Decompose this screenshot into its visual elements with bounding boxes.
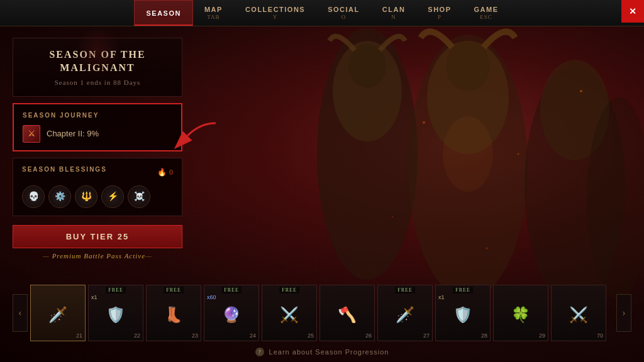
reward-badge: FREE	[453, 287, 473, 293]
reward-badge: FREE	[279, 287, 299, 293]
reward-icon: 🗡️	[42, 299, 74, 331]
nav-key: N	[391, 14, 396, 20]
blessings-header: SEASON BLESSINGS 🔥 0	[22, 166, 173, 179]
flame-icon: 🔥	[157, 168, 167, 177]
reward-card[interactable]: 🪓26	[319, 285, 375, 341]
season-journey-box[interactable]: SEASON JOURNEY ⚔ Chapter II: 9%	[13, 103, 182, 151]
reward-cards-container: 🗡️21FREEx1🛡️22FREE👢23FREEx60🔮24FREE⚔️25🪓…	[30, 285, 614, 341]
reward-qty: x60	[207, 294, 216, 300]
reward-badge: FREE	[164, 287, 184, 293]
nav-item-map[interactable]: MAP TAB	[193, 0, 234, 26]
reward-card[interactable]: FREEx60🔮24	[204, 285, 259, 341]
reward-icon: 🛡️	[100, 299, 131, 331]
reward-number: 23	[192, 332, 198, 339]
buy-tier-button[interactable]: BUY TIER 25	[13, 225, 182, 248]
nav-item-shop[interactable]: SHOP P	[416, 0, 462, 26]
nav-label: SOCIAL	[328, 6, 360, 13]
season-title: SEASON OF THE MALIGNANT	[26, 48, 169, 75]
reward-card[interactable]: FREE👢23	[146, 285, 201, 341]
nav-label: SHOP	[428, 6, 451, 13]
blessing-icon: ⚙️	[48, 185, 71, 208]
rewards-prev-arrow[interactable]: ‹	[13, 294, 28, 332]
blessing-icon: 🔱	[75, 185, 97, 208]
nav-items: SEASON MAP TAB COLLECTIONS Y SOCIAL O CL…	[134, 0, 509, 26]
reward-card[interactable]: 🍀29	[493, 285, 548, 341]
nav-label: MAP	[204, 6, 223, 13]
rewards-next-arrow[interactable]: ›	[616, 294, 631, 332]
reward-card[interactable]: FREEx1🛡️28	[435, 285, 491, 341]
premium-active-label: Premium Battle Pass Active	[13, 252, 182, 260]
blessing-icon: ☠️	[128, 185, 150, 208]
journey-progress-row: ⚔ Chapter II: 9%	[23, 125, 172, 143]
reward-badge: FREE	[395, 287, 415, 293]
reward-icon: ⚔️	[563, 299, 594, 331]
nav-item-season[interactable]: SEASON	[134, 0, 192, 26]
reward-icon: ⚔️	[274, 299, 305, 331]
reward-icon: 🗡️	[389, 299, 421, 331]
reward-number: 70	[597, 332, 603, 339]
reward-number: 27	[423, 332, 430, 339]
reward-card[interactable]: ⚔️70	[551, 285, 606, 341]
reward-qty: x1	[438, 294, 445, 300]
blessing-icon: 💀	[22, 185, 45, 208]
nav-key: ESC	[480, 14, 492, 20]
nav-item-collections[interactable]: COLLECTIONS Y	[234, 0, 316, 26]
season-blessings-box: SEASON BLESSINGS 🔥 0 💀⚙️🔱⚡☠️	[13, 158, 182, 216]
reward-number: 24	[250, 332, 256, 339]
nav-label: SEASON	[146, 9, 180, 17]
reward-icon: 🍀	[505, 299, 536, 331]
reward-card[interactable]: FREEx1🛡️22	[88, 285, 143, 341]
reward-number: 26	[365, 332, 372, 339]
journey-progress-text: Chapter II: 9%	[47, 129, 99, 138]
journey-label: SEASON JOURNEY	[23, 112, 172, 119]
blessings-count: 🔥 0	[157, 168, 173, 177]
close-button[interactable]: ✕	[621, 0, 644, 23]
season-title-box: SEASON OF THE MALIGNANT Season 1 ends in…	[13, 38, 182, 97]
blessing-icon: ⚡	[101, 185, 124, 208]
reward-qty: x1	[91, 294, 97, 300]
reward-icon: 👢	[158, 299, 189, 331]
nav-key: P	[438, 14, 441, 20]
reward-number: 21	[76, 332, 82, 339]
left-panel: SEASON OF THE MALIGNANT Season 1 ends in…	[13, 38, 182, 260]
reward-icon: 🪓	[331, 299, 363, 331]
nav-label: CLAN	[382, 6, 406, 13]
reward-badge: FREE	[106, 287, 126, 293]
arrow-annotation	[169, 117, 219, 157]
nav-label: GAME	[474, 6, 499, 13]
journey-icon: ⚔	[23, 125, 40, 143]
blessings-label: SEASON BLESSINGS	[22, 166, 107, 173]
reward-badge: FREE	[221, 287, 242, 293]
nav-key: O	[341, 14, 347, 20]
nav-key: TAB	[207, 14, 219, 20]
blessings-icons-row: 💀⚙️🔱⚡☠️	[22, 185, 173, 208]
rewards-strip: ‹ 🗡️21FREEx1🛡️22FREE👢23FREEx60🔮24FREE⚔️2…	[0, 282, 644, 344]
top-navigation: SEASON MAP TAB COLLECTIONS Y SOCIAL O CL…	[0, 0, 644, 26]
nav-item-social[interactable]: SOCIAL O	[316, 0, 371, 26]
reward-icon: 🔮	[216, 299, 247, 331]
reward-card[interactable]: 🗡️21	[30, 285, 86, 341]
reward-number: 28	[481, 332, 487, 339]
reward-number: 25	[308, 332, 314, 339]
reward-number: 29	[539, 332, 545, 339]
season-subtitle: Season 1 ends in 88 Days	[26, 79, 169, 86]
nav-label: COLLECTIONS	[245, 6, 305, 13]
nav-item-game[interactable]: GAME ESC	[463, 0, 510, 26]
nav-item-clan[interactable]: CLAN N	[371, 0, 417, 26]
reward-card[interactable]: FREE🗡️27	[377, 285, 433, 341]
learn-text[interactable]: Learn about Season Progression	[269, 348, 389, 356]
learn-bar: ? Learn about Season Progression	[0, 346, 644, 357]
active-indicator	[135, 25, 192, 26]
reward-number: 22	[134, 332, 140, 339]
reward-icon: 🛡️	[447, 299, 479, 331]
learn-icon: ?	[255, 348, 264, 356]
reward-card[interactable]: FREE⚔️25	[262, 285, 317, 341]
nav-key: Y	[273, 14, 278, 20]
